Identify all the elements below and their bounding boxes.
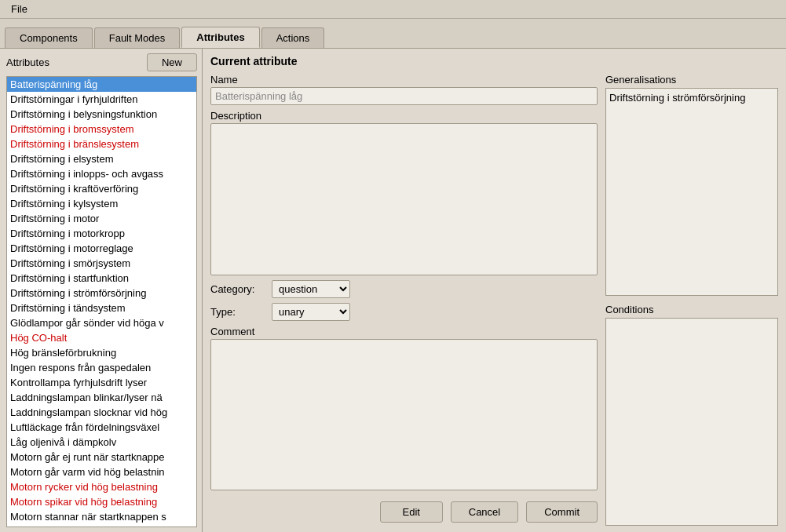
type-select[interactable]: unary binary multiple [272,303,350,321]
menu-file[interactable]: File [5,2,34,16]
description-field-group: Description [210,110,598,275]
list-item[interactable]: Driftstörningar i fyrhjuldriften [7,92,196,107]
list-item[interactable]: Driftstörning i smörjsystem [7,256,196,271]
list-item[interactable]: Ingen respons från gaspedalen [7,360,196,375]
list-item[interactable]: Kontrollampa fyrhjulsdrift lyser [7,375,196,390]
name-input[interactable] [210,87,598,105]
list-item[interactable]: Laddningslampan blinkar/lyser nä [7,390,196,405]
commit-button[interactable]: Commit [526,501,598,523]
conditions-box: Conditions [605,304,778,526]
edit-button[interactable]: Edit [380,501,443,523]
left-panel: Attributes New Batterispänning lågDrifts… [0,49,203,532]
list-item[interactable]: Motorn går ej runt när startknappe [7,450,196,465]
type-label: Type: [210,306,265,318]
description-textarea[interactable] [210,123,598,275]
buttons-row: Edit Cancel Commit [210,495,598,526]
side-area: Generalisations Driftstörning i strömför… [605,74,778,526]
list-item[interactable]: Motorn rycker vid hög belastning [7,479,196,494]
list-item[interactable]: Driftstörning i kraftöverföring [7,181,196,196]
section-title: Current attribute [210,55,778,67]
attributes-list[interactable]: Batterispänning lågDriftstörningar i fyr… [6,76,197,527]
list-item[interactable]: Batterispänning låg [7,77,196,92]
description-label: Description [210,110,598,122]
list-item[interactable]: Laddningslampan slocknar vid hög [7,405,196,420]
main-content: Attributes New Batterispänning lågDrifts… [0,49,786,532]
comment-label: Comment [210,326,598,337]
list-item[interactable]: Driftstörning i motorkropp [7,226,196,241]
name-field-group: Name [210,74,598,105]
tab-attributes[interactable]: Attributes [181,27,259,48]
list-item[interactable]: Luftläckage från fördelningsväxel [7,420,196,435]
list-item[interactable]: Driftstörning i bränslesystem [7,137,196,151]
generalisations-content: Driftstörning i strömförsörjning [605,88,778,296]
attributes-label: Attributes [6,56,49,68]
list-item[interactable]: Hög bränsleförbrukning [7,345,196,360]
menubar: File [0,0,786,19]
list-item[interactable]: Motorn spikar vid hög belastning [7,494,196,509]
list-item[interactable]: Driftstörning i startfunktion [7,271,196,286]
list-item[interactable]: Glödlampor går sönder vid höga v [7,315,196,330]
tab-components[interactable]: Components [5,27,93,48]
category-row: Category: question answer other [210,280,598,298]
form-area: Name Description Category: question answ… [210,74,598,526]
conditions-content [605,318,778,526]
list-item[interactable]: Driftstörning i elsystem [7,151,196,166]
list-item[interactable]: Motorn stannar när startknappen s [7,509,196,524]
list-item[interactable]: Driftstörning i motor [7,211,196,226]
cancel-button[interactable]: Cancel [451,501,518,523]
category-label: Category: [210,283,265,295]
list-item[interactable]: Driftstörning i inlopps- och avgass [7,166,196,181]
comment-field-group: Comment [210,326,598,491]
left-panel-header: Attributes New [6,53,197,71]
type-row: Type: unary binary multiple [210,303,598,321]
list-item[interactable]: Driftstörning i strömförsörjning [7,286,196,301]
tab-fault-modes[interactable]: Fault Modes [94,27,181,48]
right-panel: Current attribute Name Description Categ… [203,49,786,532]
tab-actions[interactable]: Actions [261,27,325,48]
list-item[interactable]: Motorn går varm vid hög belastnin [7,465,196,479]
list-item[interactable]: Driftstörning i kylsystem [7,196,196,211]
list-item[interactable]: Hög CO-halt [7,330,196,345]
name-label: Name [210,74,598,86]
generalisations-box: Generalisations Driftstörning i strömför… [605,74,778,296]
right-body: Name Description Category: question answ… [210,74,778,526]
list-item[interactable]: Låg oljenivå i dämpkolv [7,435,196,450]
list-item[interactable]: Driftstörning i tändsystem [7,301,196,315]
comment-textarea[interactable] [210,339,598,491]
list-item[interactable]: Driftstörning i motorreglage [7,241,196,256]
generalisations-title: Generalisations [605,74,778,86]
conditions-title: Conditions [605,304,778,315]
list-item[interactable]: Motorn är svårstartad när den är k [7,524,196,527]
list-item[interactable]: Driftstörning i bromssystem [7,122,196,137]
tabs-bar: Components Fault Modes Attributes Action… [0,19,786,49]
category-select[interactable]: question answer other [272,280,350,298]
new-button[interactable]: New [147,53,197,71]
list-item[interactable]: Driftstörning i belysningsfunktion [7,107,196,122]
